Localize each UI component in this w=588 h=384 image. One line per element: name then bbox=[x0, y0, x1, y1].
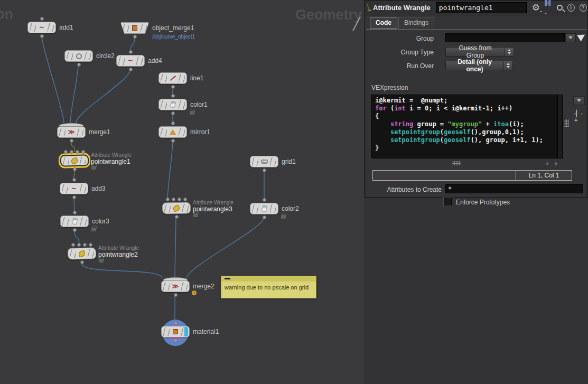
grid-icon bbox=[261, 160, 268, 164]
output-connector[interactable] bbox=[40, 34, 44, 38]
input-connector[interactable] bbox=[81, 150, 85, 154]
editor-grip-icon[interactable] bbox=[564, 119, 569, 127]
output-connector[interactable] bbox=[174, 293, 178, 297]
node-pointwrangle3[interactable] bbox=[162, 202, 191, 214]
output-connector[interactable] bbox=[171, 85, 175, 89]
run-over-spinner-icon[interactable] bbox=[503, 61, 512, 70]
input-connector[interactable] bbox=[172, 198, 175, 201]
tab-bindings[interactable]: Bindings bbox=[398, 17, 434, 29]
run-over-select[interactable]: Detail (only once) bbox=[445, 61, 513, 70]
input-connector[interactable] bbox=[89, 243, 92, 247]
sticky-note[interactable]: warning due to no pscale on grid bbox=[221, 276, 316, 298]
wire[interactable] bbox=[76, 69, 130, 123]
output-connector[interactable] bbox=[133, 35, 137, 39]
node-object_merge1[interactable] bbox=[120, 22, 149, 34]
warning-icon[interactable]: ! bbox=[192, 291, 197, 295]
display-flag[interactable] bbox=[184, 327, 188, 336]
node-label: line1 bbox=[190, 74, 203, 82]
output-connector[interactable] bbox=[77, 63, 81, 67]
input-connector[interactable] bbox=[183, 198, 187, 201]
input-connector[interactable] bbox=[71, 243, 75, 247]
input-connector[interactable] bbox=[40, 17, 44, 21]
attribs-to-create-input[interactable] bbox=[445, 184, 583, 193]
cursor-position: Ln 1, Col 1 bbox=[516, 170, 572, 181]
group-input[interactable] bbox=[445, 33, 565, 42]
lock-icon bbox=[281, 215, 286, 219]
node-add3[interactable]: ~ bbox=[60, 183, 88, 194]
scroll-right-icon[interactable] bbox=[555, 162, 558, 166]
input-connector[interactable] bbox=[64, 150, 68, 154]
output-connector[interactable] bbox=[129, 68, 133, 71]
collapse-note-icon[interactable] bbox=[225, 278, 230, 279]
input-connector[interactable] bbox=[72, 178, 76, 182]
group-pick-arrow-icon[interactable] bbox=[577, 32, 586, 42]
wrangle-icon bbox=[71, 157, 78, 164]
node-line1[interactable] bbox=[158, 72, 187, 84]
node-mirror1[interactable] bbox=[158, 126, 187, 138]
wire[interactable] bbox=[186, 217, 264, 278]
input-connector[interactable] bbox=[76, 150, 79, 154]
vex-code-editor[interactable]: i@kermit = @numpt;for (int i = 0; i < i@… bbox=[371, 95, 563, 158]
houdini-logo-icon[interactable]: H bbox=[545, 0, 552, 17]
input-connector[interactable] bbox=[129, 50, 133, 54]
input-connector[interactable] bbox=[174, 321, 178, 325]
output-connector[interactable] bbox=[70, 139, 73, 143]
sticky-note-header[interactable] bbox=[221, 276, 316, 282]
node-merge1[interactable]: ≫ bbox=[57, 126, 86, 138]
attribute-wrangle-icon[interactable] bbox=[367, 4, 369, 12]
input-connector[interactable] bbox=[83, 243, 87, 247]
node-add1[interactable]: ~ bbox=[27, 22, 56, 33]
input-connector[interactable] bbox=[77, 243, 81, 247]
enforce-prototypes-checkbox[interactable] bbox=[444, 198, 452, 205]
output-connector[interactable] bbox=[171, 139, 175, 143]
vex-expand-icon[interactable]: -▏-+ bbox=[574, 110, 586, 123]
network-editor[interactable]: on Geometry ~add1object_merge1/obj/curve… bbox=[0, 0, 364, 384]
node-pointwrangle2[interactable] bbox=[68, 247, 96, 259]
node-grid1[interactable] bbox=[250, 156, 278, 167]
vex-menu-button[interactable] bbox=[573, 96, 585, 105]
output-connector[interactable] bbox=[72, 195, 76, 199]
node-color2[interactable] bbox=[250, 203, 278, 214]
wire[interactable] bbox=[167, 141, 173, 200]
input-connector[interactable] bbox=[171, 94, 175, 98]
output-connector[interactable] bbox=[171, 111, 175, 115]
input-connector[interactable] bbox=[166, 198, 170, 201]
node-circle2[interactable] bbox=[64, 50, 93, 62]
input-connector[interactable] bbox=[70, 150, 73, 154]
wire[interactable] bbox=[70, 64, 78, 123]
group-type-select[interactable]: Guess from Group bbox=[445, 47, 514, 57]
input-connector[interactable] bbox=[171, 121, 175, 125]
input-connector[interactable] bbox=[263, 198, 266, 202]
info-icon[interactable]: i bbox=[567, 4, 575, 12]
output-connector[interactable] bbox=[263, 168, 266, 172]
line-icon bbox=[170, 76, 175, 81]
node-add4[interactable]: ~ bbox=[116, 55, 145, 67]
node-material1[interactable] bbox=[161, 326, 190, 338]
node-merge2[interactable]: ≫ bbox=[161, 280, 190, 292]
wire[interactable] bbox=[82, 264, 162, 278]
scroll-left-icon[interactable] bbox=[546, 162, 548, 166]
search-icon[interactable] bbox=[557, 5, 562, 11]
help-icon[interactable]: ? bbox=[580, 4, 587, 12]
wire[interactable] bbox=[42, 36, 64, 123]
tab-code[interactable]: Code bbox=[370, 17, 397, 29]
node-color3[interactable] bbox=[60, 216, 89, 227]
group-type-spinner-icon[interactable] bbox=[505, 48, 514, 56]
node-color1[interactable] bbox=[158, 99, 187, 110]
output-connector[interactable] bbox=[73, 228, 77, 232]
output-connector[interactable] bbox=[175, 215, 179, 219]
node-pointwrangle1[interactable] bbox=[60, 154, 89, 166]
gear-icon[interactable]: ⚙ bbox=[532, 3, 540, 12]
editor-resize-grip-icon[interactable] bbox=[452, 161, 461, 165]
wire[interactable] bbox=[175, 218, 176, 277]
output-connector[interactable] bbox=[174, 339, 178, 342]
node-label: add1 bbox=[59, 24, 73, 31]
input-connector[interactable] bbox=[73, 211, 77, 214]
group-dropdown-button[interactable] bbox=[565, 33, 576, 42]
output-connector[interactable] bbox=[80, 260, 84, 264]
output-connector[interactable] bbox=[73, 167, 77, 171]
node-name-input[interactable] bbox=[436, 2, 527, 13]
vex-editor-scrollbar[interactable] bbox=[557, 95, 563, 158]
input-connector[interactable] bbox=[178, 198, 181, 201]
output-connector[interactable] bbox=[263, 216, 266, 219]
